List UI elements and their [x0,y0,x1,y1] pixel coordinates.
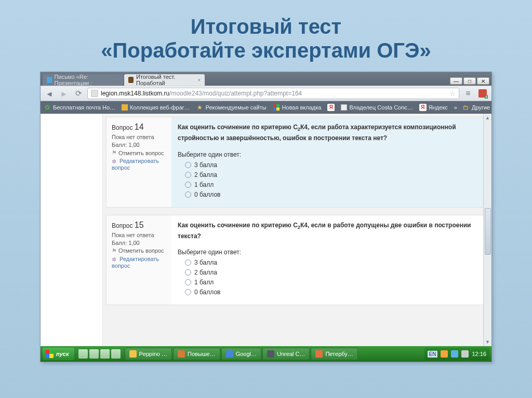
quicklaunch-icon[interactable] [100,349,110,359]
question-text: Как оценить сочинение по критерию С2К4, … [178,122,478,144]
flag-question[interactable]: ⚑ Отметить вопрос [112,248,166,254]
extension-icon[interactable]: 4 [477,88,488,99]
bookmark-icon [273,104,280,111]
slide-title-line1: Итоговый тест [191,15,341,38]
quicklaunch-icon[interactable] [78,349,88,359]
taskbar-button-label: Петербу… [325,351,353,357]
clock[interactable]: 12:16 [472,351,486,357]
forward-button[interactable]: ► [58,88,70,99]
bookmark-item[interactable]: Коллекция веб-фраг… [122,104,190,111]
menu-button[interactable]: ≡ [462,88,474,99]
radio-icon [185,259,191,266]
bookmark-item[interactable]: ★Рекомендуемые сайты [196,104,267,111]
question-info: Вопрос 15Пока нет ответаБалл: 1,00⚑ Отме… [107,215,171,305]
taskbar-button[interactable]: Googl… [221,348,261,360]
bookmark-item[interactable]: ✿Бесплатная почта Но… [44,104,115,111]
bookmarks-overflow[interactable]: » [454,104,457,111]
bookmark-icon: ★ [196,104,204,111]
question-body: Как оценить сочинение по критерию С2К4, … [171,117,485,207]
other-bookmarks[interactable]: 🗀Другие закладки [462,104,492,111]
option-label: 2 балла [194,171,217,179]
bookmark-item[interactable]: ЯЯндекс [419,104,448,111]
page-icon [91,90,98,97]
radio-icon [185,162,191,168]
tray-icon[interactable] [441,350,448,358]
url-host: legion.msk148.listkom.ru [101,90,169,97]
edit-question[interactable]: ✲ Редактировать вопрос [112,158,166,171]
app-icon [178,350,185,358]
radio-icon [185,172,191,178]
slide-title: Итоговый тест «Поработайте экспертами ОГ… [0,0,532,72]
answer-option[interactable]: 0 баллов [185,289,478,296]
question-title: Вопрос 15 [112,221,166,230]
flag-icon: ⚑ [112,248,117,254]
answer-option[interactable]: 1 балл [185,181,478,188]
reload-button[interactable]: ⟳ [73,88,84,99]
option-label: 3 балла [194,259,217,266]
answer-option[interactable]: 3 балла [185,259,478,266]
bookmark-icon: ✿ [44,104,51,111]
question-score: Балл: 1,00 [112,142,166,148]
question-number: 14 [135,122,144,131]
answer-option[interactable]: 2 балла [185,171,478,179]
taskbar-button[interactable]: Петербу… [311,348,357,360]
scroll-up-icon[interactable]: ▲ [484,114,491,122]
answer-option[interactable]: 3 балла [185,161,478,169]
tab-active[interactable]: Итоговый тест. Поработай × [124,74,205,86]
scrollbar[interactable]: ▲ ▼ [483,114,491,346]
taskbar-button-label: Peppino … [139,351,167,357]
edit-question[interactable]: ✲ Редактировать вопрос [112,256,166,269]
tray-icon[interactable] [451,350,458,358]
tab-inactive[interactable]: Письмо «Re: Презентации : × [43,74,123,86]
close-button[interactable]: ✕ [477,77,489,85]
close-icon[interactable]: × [197,77,201,83]
maximize-button[interactable]: □ [463,77,476,85]
bookmark-icon [122,104,128,111]
question-info: Вопрос 14Пока нет ответаБалл: 1,00⚑ Отме… [107,117,171,207]
tab-strip: Письмо «Re: Презентации : × Итоговый тес… [41,72,491,86]
taskbar-button[interactable]: Повыше… [173,348,220,360]
app-icon [226,350,233,358]
answer-option[interactable]: 0 баллов [185,191,478,198]
taskbar-button-label: Повыше… [188,351,216,357]
question-body: Как оценить сочинение по критерию С2К4, … [171,215,485,305]
bookmark-star-icon[interactable]: ☆ [449,90,456,98]
radio-icon [185,182,191,188]
scroll-down-icon[interactable]: ▼ [484,338,491,346]
back-button[interactable]: ◄ [44,88,55,99]
radio-icon [185,279,191,285]
bookmark-item[interactable]: Новая вкладка [273,104,322,111]
taskbar-button[interactable]: Unreal C… [262,348,310,360]
volume-icon[interactable] [461,350,469,358]
answer-option[interactable]: 2 балла [185,269,478,276]
language-indicator[interactable]: EN [428,351,438,358]
quiz-content: Вопрос 14Пока нет ответаБалл: 1,00⚑ Отме… [103,114,491,346]
windows-icon [45,350,54,358]
close-icon[interactable]: × [116,77,119,83]
slide-title-line2: «Поработайте экспертами ОГЭ» [101,39,431,62]
question-score: Балл: 1,00 [112,240,166,246]
question-number: 15 [135,221,144,229]
scroll-thumb[interactable] [485,208,491,255]
page-icon [341,104,347,111]
minimize-button[interactable]: — [450,77,462,85]
bookmark-item[interactable]: Владелец Costa Conc… [341,104,413,111]
quicklaunch-icon[interactable] [111,349,121,359]
bookmark-label: Другие закладки [472,104,492,111]
browser-window: Письмо «Re: Презентации : × Итоговый тес… [40,72,492,362]
answer-option[interactable]: 1 балл [185,279,478,286]
start-button[interactable]: пуск [43,348,74,360]
app-icon [315,350,323,358]
answer-options: 3 балла2 балла1 балл0 баллов [178,259,478,296]
tab-label: Итоговый тест. Поработай [136,74,194,86]
bookmark-label: Владелец Costa Conc… [349,104,413,111]
option-label: 1 балл [194,279,214,286]
yandex-icon: Я [419,104,427,111]
flag-question[interactable]: ⚑ Отметить вопрос [112,149,166,156]
quicklaunch-icon[interactable] [89,349,99,359]
question-state: Пока нет ответа [112,232,166,238]
url-input[interactable]: legion.msk148.listkom.ru/moodle243/mod/q… [87,88,459,99]
bookmark-item[interactable]: Я [327,104,335,111]
taskbar-button-label: Unreal C… [277,351,305,357]
taskbar-button[interactable]: Peppino … [125,348,172,360]
